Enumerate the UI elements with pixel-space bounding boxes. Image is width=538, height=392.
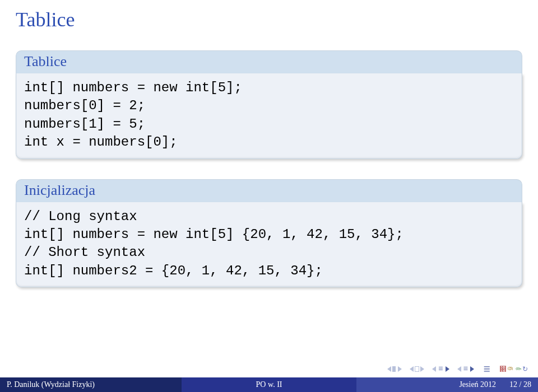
footer-right: Jesień 2012 12 / 28 (356, 377, 538, 392)
block-title: Inicjalizacja (16, 179, 522, 202)
nav-next-icon[interactable]: ≡ (457, 364, 474, 374)
code-line: numbers[1] = 5; (24, 116, 145, 132)
code-line: int x = numbers[0]; (24, 134, 178, 150)
nav-loop-icon[interactable]: ෢෧෬↻ (499, 366, 528, 372)
block-inicjalizacja: Inicjalizacja // Long syntax int[] numbe… (16, 179, 522, 288)
code-line: int[] numbers = new int[5]; (24, 80, 242, 95)
block-tablice: Tablice int[] numbers = new int[5]; numb… (16, 50, 522, 159)
nav-first-icon[interactable] (387, 366, 402, 372)
footer-page-number: 12 / 28 (509, 380, 531, 389)
block-title: Tablice (16, 50, 522, 73)
code-line: numbers[0] = 2; (24, 98, 145, 113)
nav-prev-icon[interactable]: ≡ (432, 364, 449, 374)
code-line: // Short syntax (24, 245, 145, 260)
block-body: // Long syntax int[] numbers = new int[5… (16, 202, 522, 288)
code-line: // Long syntax (24, 209, 137, 224)
nav-outline-icon[interactable]: ≣ (483, 363, 490, 374)
slide-title: Tablice (0, 0, 538, 36)
block-body: int[] numbers = new int[5]; numbers[0] =… (16, 73, 522, 159)
code-line: int[] numbers2 = {20, 1, 42, 15, 34}; (24, 263, 323, 278)
footer-bar: P. Daniluk (Wydział Fizyki) PO w. II Jes… (0, 377, 538, 392)
nav-prev-section-icon[interactable] (410, 366, 424, 372)
footer-term: Jesień 2012 (459, 380, 496, 389)
footer-title: PO w. II (182, 377, 356, 392)
footer-author: P. Daniluk (Wydział Fizyki) (0, 377, 182, 392)
beamer-nav-bar: ≡ ≡ ≣ ෢෧෬↻ (387, 363, 528, 374)
code-line: int[] numbers = new int[5] {20, 1, 42, 1… (24, 227, 404, 242)
